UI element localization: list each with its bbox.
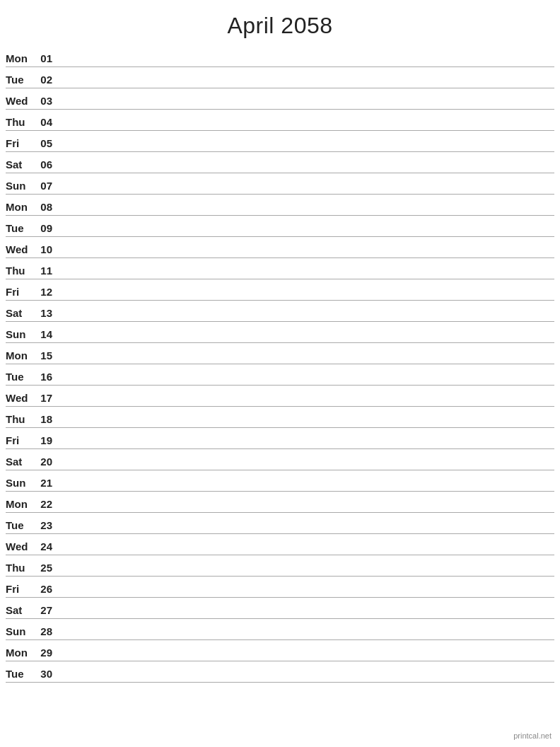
- day-number: 06: [35, 158, 55, 170]
- day-name: Tue: [6, 222, 35, 234]
- day-row: Thu11: [6, 258, 554, 279]
- day-line: [55, 361, 554, 361]
- day-number: 12: [35, 286, 55, 298]
- day-row: Fri12: [6, 279, 554, 301]
- day-row: Wed24: [6, 534, 554, 555]
- day-number: 03: [35, 95, 55, 107]
- day-row: Mon15: [6, 343, 554, 364]
- day-row: Sun21: [6, 470, 554, 492]
- day-line: [55, 170, 554, 170]
- day-number: 30: [35, 668, 55, 680]
- day-name: Fri: [6, 286, 35, 298]
- page-title: April 2058: [0, 0, 560, 46]
- day-number: 16: [35, 371, 55, 383]
- day-number: 26: [35, 583, 55, 595]
- day-number: 17: [35, 392, 55, 404]
- day-row: Tue23: [6, 513, 554, 534]
- day-name: Wed: [6, 95, 35, 107]
- day-line: [55, 573, 554, 574]
- day-row: Thu04: [6, 110, 554, 131]
- day-row: Tue09: [6, 216, 554, 237]
- day-row: Mon08: [6, 195, 554, 216]
- day-name: Thu: [6, 562, 35, 574]
- day-name: Mon: [6, 52, 35, 64]
- day-row: Wed17: [6, 386, 554, 407]
- day-number: 05: [35, 137, 55, 149]
- day-name: Wed: [6, 540, 35, 552]
- day-number: 25: [35, 562, 55, 574]
- day-line: [55, 149, 554, 149]
- day-number: 02: [35, 74, 55, 86]
- day-number: 07: [35, 180, 55, 192]
- day-number: 18: [35, 413, 55, 425]
- day-row: Sat13: [6, 301, 554, 322]
- day-line: [55, 340, 554, 340]
- day-line: [55, 106, 554, 107]
- day-line: [55, 233, 554, 234]
- day-line: [55, 255, 554, 255]
- day-number: 08: [35, 201, 55, 213]
- day-number: 01: [35, 52, 55, 64]
- day-line: [55, 552, 554, 552]
- day-row: Thu18: [6, 407, 554, 428]
- day-line: [55, 276, 554, 277]
- day-line: [55, 658, 554, 659]
- day-row: Mon01: [6, 46, 554, 67]
- day-number: 23: [35, 519, 55, 531]
- day-name: Tue: [6, 668, 35, 680]
- day-number: 29: [35, 647, 55, 659]
- day-line: [55, 191, 554, 192]
- day-number: 11: [35, 265, 55, 277]
- day-row: Mon22: [6, 492, 554, 513]
- day-line: [55, 467, 554, 468]
- day-line: [55, 403, 554, 404]
- day-number: 19: [35, 434, 55, 446]
- day-line: [55, 64, 554, 64]
- day-line: [55, 594, 554, 595]
- day-name: Thu: [6, 413, 35, 425]
- day-name: Mon: [6, 201, 35, 213]
- day-row: Tue16: [6, 364, 554, 386]
- day-row: Sat27: [6, 598, 554, 619]
- day-name: Tue: [6, 519, 35, 531]
- day-row: Wed10: [6, 237, 554, 258]
- day-row: Tue30: [6, 661, 554, 683]
- day-number: 21: [35, 477, 55, 489]
- day-line: [55, 531, 554, 531]
- day-name: Mon: [6, 349, 35, 361]
- day-name: Wed: [6, 243, 35, 255]
- day-row: Mon29: [6, 640, 554, 661]
- day-line: [55, 85, 554, 86]
- day-row: Fri05: [6, 131, 554, 152]
- day-row: Wed03: [6, 88, 554, 110]
- day-line: [55, 615, 554, 616]
- day-number: 04: [35, 116, 55, 128]
- day-name: Sat: [6, 604, 35, 616]
- day-row: Fri26: [6, 577, 554, 598]
- day-line: [55, 509, 554, 510]
- day-name: Tue: [6, 371, 35, 383]
- day-number: 28: [35, 625, 55, 637]
- day-name: Mon: [6, 498, 35, 510]
- day-name: Tue: [6, 74, 35, 86]
- day-row: Sun28: [6, 619, 554, 640]
- day-name: Sun: [6, 328, 35, 340]
- day-line: [55, 679, 554, 680]
- day-row: Sun07: [6, 173, 554, 195]
- day-line: [55, 488, 554, 489]
- day-row: Tue02: [6, 67, 554, 88]
- day-line: [55, 318, 554, 319]
- day-number: 27: [35, 604, 55, 616]
- day-name: Thu: [6, 265, 35, 277]
- watermark: printcal.net: [513, 731, 552, 740]
- day-name: Sat: [6, 158, 35, 170]
- day-number: 14: [35, 328, 55, 340]
- day-line: [55, 637, 554, 637]
- day-line: [55, 212, 554, 213]
- day-number: 24: [35, 540, 55, 552]
- day-row: Fri19: [6, 428, 554, 449]
- day-name: Sat: [6, 307, 35, 319]
- day-name: Sun: [6, 180, 35, 192]
- day-number: 09: [35, 222, 55, 234]
- day-number: 10: [35, 243, 55, 255]
